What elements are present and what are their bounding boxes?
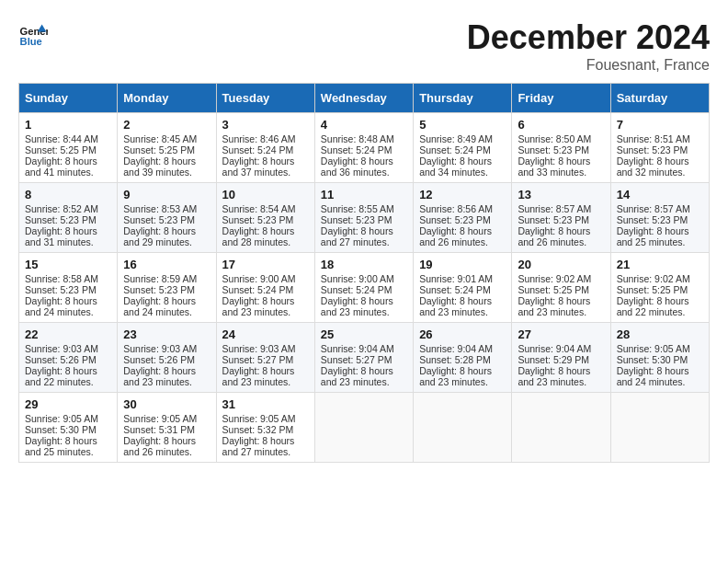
calendar-cell: 27 Sunrise: 9:04 AM Sunset: 5:29 PM Dayl… bbox=[512, 323, 610, 393]
col-thursday: Thursday bbox=[414, 84, 512, 113]
sunset-text: Sunset: 5:27 PM bbox=[222, 354, 294, 365]
day-number: 30 bbox=[123, 397, 210, 411]
calendar-cell: 7 Sunrise: 8:51 AM Sunset: 5:23 PM Dayli… bbox=[610, 113, 709, 183]
calendar-cell: 8 Sunrise: 8:52 AM Sunset: 5:23 PM Dayli… bbox=[19, 183, 118, 253]
daylight-text: Daylight: 8 hours and 32 minutes. bbox=[617, 155, 689, 178]
day-number: 6 bbox=[518, 118, 604, 132]
sunset-text: Sunset: 5:24 PM bbox=[419, 284, 491, 295]
sunset-text: Sunset: 5:26 PM bbox=[25, 354, 97, 365]
col-tuesday: Tuesday bbox=[216, 84, 314, 113]
calendar-week-4: 22 Sunrise: 9:03 AM Sunset: 5:26 PM Dayl… bbox=[19, 323, 710, 393]
page-header: General Blue December 2024 Fouesnant, Fr… bbox=[18, 18, 710, 74]
daylight-text: Daylight: 8 hours and 22 minutes. bbox=[25, 365, 97, 387]
sunrise-text: Sunrise: 9:01 AM bbox=[419, 273, 493, 284]
col-friday: Friday bbox=[512, 84, 610, 113]
sunrise-text: Sunrise: 9:04 AM bbox=[518, 343, 591, 354]
sunset-text: Sunset: 5:30 PM bbox=[617, 354, 688, 365]
day-number: 23 bbox=[123, 327, 210, 341]
daylight-text: Daylight: 8 hours and 37 minutes. bbox=[222, 155, 295, 178]
daylight-text: Daylight: 8 hours and 41 minutes. bbox=[25, 155, 97, 178]
calendar-week-1: 1 Sunrise: 8:44 AM Sunset: 5:25 PM Dayli… bbox=[19, 113, 710, 183]
col-saturday: Saturday bbox=[610, 84, 709, 113]
sunset-text: Sunset: 5:23 PM bbox=[617, 214, 688, 225]
calendar-cell bbox=[414, 393, 512, 463]
daylight-text: Daylight: 8 hours and 33 minutes. bbox=[518, 155, 590, 178]
calendar-cell: 1 Sunrise: 8:44 AM Sunset: 5:25 PM Dayli… bbox=[19, 113, 118, 183]
logo-icon: General Blue bbox=[18, 18, 48, 48]
calendar-cell: 18 Sunrise: 9:00 AM Sunset: 5:24 PM Dayl… bbox=[314, 253, 413, 323]
daylight-text: Daylight: 8 hours and 26 minutes. bbox=[123, 435, 196, 457]
day-number: 1 bbox=[25, 118, 111, 132]
day-number: 10 bbox=[222, 188, 309, 201]
sunrise-text: Sunrise: 9:03 AM bbox=[123, 343, 197, 354]
daylight-text: Daylight: 8 hours and 26 minutes. bbox=[419, 225, 492, 247]
sunset-text: Sunset: 5:25 PM bbox=[25, 144, 97, 155]
calendar-cell: 25 Sunrise: 9:04 AM Sunset: 5:27 PM Dayl… bbox=[314, 323, 413, 393]
daylight-text: Daylight: 8 hours and 39 minutes. bbox=[123, 155, 196, 178]
calendar-cell: 3 Sunrise: 8:46 AM Sunset: 5:24 PM Dayli… bbox=[216, 113, 314, 183]
day-number: 5 bbox=[419, 118, 506, 132]
day-number: 22 bbox=[25, 327, 111, 341]
calendar-cell: 4 Sunrise: 8:48 AM Sunset: 5:24 PM Dayli… bbox=[314, 113, 413, 183]
sunset-text: Sunset: 5:26 PM bbox=[123, 354, 195, 365]
calendar-cell: 30 Sunrise: 9:05 AM Sunset: 5:31 PM Dayl… bbox=[118, 393, 216, 463]
sunset-text: Sunset: 5:25 PM bbox=[123, 144, 195, 155]
sunrise-text: Sunrise: 8:58 AM bbox=[25, 273, 98, 284]
daylight-text: Daylight: 8 hours and 23 minutes. bbox=[419, 295, 492, 317]
sunrise-text: Sunrise: 8:53 AM bbox=[123, 203, 197, 214]
daylight-text: Daylight: 8 hours and 23 minutes. bbox=[321, 365, 393, 387]
day-number: 24 bbox=[222, 327, 309, 341]
daylight-text: Daylight: 8 hours and 22 minutes. bbox=[617, 295, 689, 317]
day-number: 9 bbox=[123, 188, 210, 201]
calendar-cell bbox=[512, 393, 610, 463]
sunrise-text: Sunrise: 9:03 AM bbox=[222, 343, 296, 354]
daylight-text: Daylight: 8 hours and 25 minutes. bbox=[617, 225, 689, 247]
sunset-text: Sunset: 5:24 PM bbox=[222, 284, 294, 295]
calendar-week-5: 29 Sunrise: 9:05 AM Sunset: 5:30 PM Dayl… bbox=[19, 393, 710, 463]
daylight-text: Daylight: 8 hours and 29 minutes. bbox=[123, 225, 196, 247]
location: Fouesnant, France bbox=[467, 57, 710, 74]
sunrise-text: Sunrise: 8:44 AM bbox=[25, 133, 98, 144]
col-wednesday: Wednesday bbox=[314, 84, 413, 113]
day-number: 8 bbox=[25, 188, 111, 201]
day-number: 28 bbox=[617, 327, 703, 341]
calendar-header-row: Sunday Monday Tuesday Wednesday Thursday… bbox=[19, 84, 710, 113]
daylight-text: Daylight: 8 hours and 25 minutes. bbox=[25, 435, 97, 457]
calendar-cell: 2 Sunrise: 8:45 AM Sunset: 5:25 PM Dayli… bbox=[118, 113, 216, 183]
col-sunday: Sunday bbox=[19, 84, 118, 113]
daylight-text: Daylight: 8 hours and 23 minutes. bbox=[518, 295, 590, 317]
sunset-text: Sunset: 5:30 PM bbox=[25, 424, 97, 435]
calendar-cell: 21 Sunrise: 9:02 AM Sunset: 5:25 PM Dayl… bbox=[610, 253, 709, 323]
daylight-text: Daylight: 8 hours and 23 minutes. bbox=[518, 365, 590, 387]
sunrise-text: Sunrise: 9:04 AM bbox=[321, 343, 394, 354]
day-number: 2 bbox=[123, 118, 210, 132]
sunset-text: Sunset: 5:24 PM bbox=[321, 144, 392, 155]
sunset-text: Sunset: 5:23 PM bbox=[123, 214, 195, 225]
col-monday: Monday bbox=[118, 84, 216, 113]
calendar-cell: 6 Sunrise: 8:50 AM Sunset: 5:23 PM Dayli… bbox=[512, 113, 610, 183]
sunrise-text: Sunrise: 9:05 AM bbox=[25, 413, 98, 424]
sunset-text: Sunset: 5:29 PM bbox=[518, 354, 589, 365]
sunset-text: Sunset: 5:23 PM bbox=[518, 144, 589, 155]
day-number: 17 bbox=[222, 258, 309, 271]
calendar-cell: 22 Sunrise: 9:03 AM Sunset: 5:26 PM Dayl… bbox=[19, 323, 118, 393]
calendar-cell: 10 Sunrise: 8:54 AM Sunset: 5:23 PM Dayl… bbox=[216, 183, 314, 253]
day-number: 21 bbox=[617, 258, 703, 271]
sunrise-text: Sunrise: 8:49 AM bbox=[419, 133, 493, 144]
day-number: 20 bbox=[518, 258, 604, 271]
sunrise-text: Sunrise: 9:02 AM bbox=[518, 273, 591, 284]
sunrise-text: Sunrise: 8:45 AM bbox=[123, 133, 197, 144]
calendar-cell: 12 Sunrise: 8:56 AM Sunset: 5:23 PM Dayl… bbox=[414, 183, 512, 253]
sunset-text: Sunset: 5:24 PM bbox=[222, 144, 294, 155]
calendar-cell: 28 Sunrise: 9:05 AM Sunset: 5:30 PM Dayl… bbox=[610, 323, 709, 393]
calendar-cell: 31 Sunrise: 9:05 AM Sunset: 5:32 PM Dayl… bbox=[216, 393, 314, 463]
calendar-cell bbox=[314, 393, 413, 463]
calendar-week-3: 15 Sunrise: 8:58 AM Sunset: 5:23 PM Dayl… bbox=[19, 253, 710, 323]
sunset-text: Sunset: 5:23 PM bbox=[25, 284, 97, 295]
sunrise-text: Sunrise: 9:02 AM bbox=[617, 273, 690, 284]
daylight-text: Daylight: 8 hours and 24 minutes. bbox=[617, 365, 689, 387]
daylight-text: Daylight: 8 hours and 23 minutes. bbox=[419, 365, 492, 387]
daylight-text: Daylight: 8 hours and 27 minutes. bbox=[222, 435, 295, 457]
calendar-cell: 23 Sunrise: 9:03 AM Sunset: 5:26 PM Dayl… bbox=[118, 323, 216, 393]
daylight-text: Daylight: 8 hours and 31 minutes. bbox=[25, 225, 97, 247]
